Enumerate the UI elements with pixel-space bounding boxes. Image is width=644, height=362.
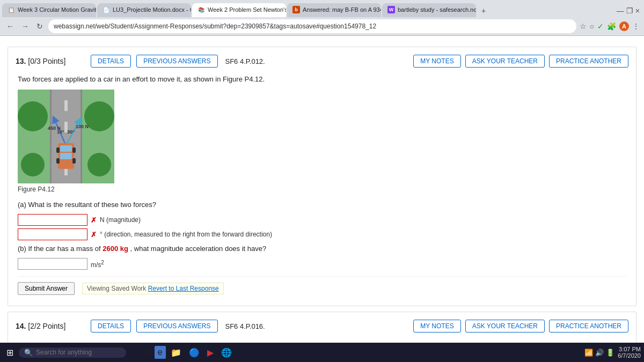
svg-rect-6 (50, 90, 52, 183)
practice-another-button-14[interactable]: PRACTICE ANOTHER (549, 320, 628, 333)
saved-work-text: Viewing Saved Work Revert to Last Respon… (82, 283, 224, 294)
question-13-code: SF6 4.P.012. (225, 57, 265, 65)
svg-point-8 (18, 101, 48, 131)
figure-container: 10° 30° 450 N 100 N Figure (18, 90, 626, 193)
taskbar-battery-icon: 🔋 (606, 349, 614, 357)
tab-label-4: Answered: may B-FB on A 934 (303, 6, 381, 13)
problem-text-13: Two forces are applied to a car in an ef… (18, 75, 626, 83)
part-b-input-row: m/s2 (18, 258, 626, 270)
taskbar-app2-icon[interactable]: ▶ (204, 346, 216, 359)
taskbar-cortana-icon[interactable]: ○ (128, 346, 139, 358)
figure-caption: Figure P4.12 (18, 186, 55, 193)
taskbar-right: 📶 🔊 🔋 3:07 PM 6/7/2020 (584, 346, 641, 359)
question-13-body: Two forces are applied to a car in an ef… (16, 75, 628, 298)
svg-rect-2 (64, 100, 68, 111)
part-b-unit-label: m/s2 (91, 260, 104, 269)
menu-icon[interactable]: ⋮ (632, 22, 640, 31)
my-notes-button-13[interactable]: MY NOTES (413, 55, 460, 68)
svg-rect-17 (56, 158, 60, 164)
part-b-acceleration-input[interactable] (18, 258, 87, 270)
svg-point-10 (21, 153, 45, 176)
figure-p4-12: 10° 30° 450 N 100 N (18, 90, 114, 183)
tab-bartleby[interactable]: W bartleby study - safesearch.no × (382, 3, 476, 17)
revert-link[interactable]: Revert to Last Response (148, 285, 219, 292)
submit-answer-button[interactable]: Submit Answer (18, 282, 75, 295)
ask-teacher-button-13[interactable]: ASK YOUR TEACHER (465, 55, 545, 68)
svg-text:450 N: 450 N (48, 125, 61, 131)
question-14-code: SF6 4.P.016. (225, 322, 265, 330)
forward-button[interactable]: → (19, 21, 31, 32)
taskbar-file-icon[interactable]: 📁 (168, 346, 184, 359)
part-a-input2-row: ✗ ° (direction, measured to the right fr… (18, 228, 626, 240)
part-a-unit2-label: ° (direction, measured to the right from… (100, 231, 272, 238)
svg-rect-13 (60, 145, 72, 152)
svg-text:30°: 30° (67, 129, 75, 135)
svg-point-9 (84, 101, 114, 131)
browser-chrome: 📋 Week 3 Circular Motion Gravit × 📄 LU3_… (0, 0, 644, 36)
bookmark-icon[interactable]: ☆ (580, 22, 587, 31)
svg-rect-18 (72, 158, 76, 164)
back-button[interactable]: ← (4, 21, 16, 32)
taskbar-date-display: 6/7/2020 (618, 352, 641, 359)
wrong-icon-1: ✗ (91, 216, 97, 224)
part-a-question: (a) What is the resultant of these two f… (18, 201, 626, 209)
tab-lu3[interactable]: 📄 LU3_Projectile Motion.docx - G × (97, 3, 191, 17)
part-b-question: (b) If the car has a mass of 2600 kg , w… (18, 245, 626, 253)
taskbar-app1-icon[interactable]: 🔵 (186, 346, 202, 359)
part-a-input1-row: ✗ N (magnitude) (18, 214, 626, 226)
svg-rect-14 (60, 153, 72, 159)
details-button-13[interactable]: DETAILS (91, 55, 131, 68)
question-14-header: 14. [2/2 Points] DETAILS PREVIOUS ANSWER… (16, 320, 628, 333)
question-13-header: 13. [0/3 Points] DETAILS PREVIOUS ANSWER… (16, 55, 628, 68)
tab-answered[interactable]: b Answered: may B-FB on A 934 × (287, 3, 381, 17)
taskbar-wifi-icon: 📶 (584, 349, 593, 357)
check-icon: ✓ (597, 22, 604, 31)
address-icons: ☆ ○ ✓ 🧩 A ⋮ (580, 21, 640, 31)
start-button[interactable]: ⊞ (3, 346, 17, 359)
practice-another-button-13[interactable]: PRACTICE ANOTHER (549, 55, 628, 68)
my-notes-button-14[interactable]: MY NOTES (413, 320, 460, 333)
tab-label-3: Week 2 Problem Set Newton's (208, 6, 286, 13)
tab-week3[interactable]: 📋 Week 3 Circular Motion Gravit × (2, 3, 96, 17)
submit-area: Submit Answer Viewing Saved Work Revert … (18, 276, 626, 298)
tab-icon-3: 📚 (197, 6, 205, 13)
extension-icon[interactable]: 🧩 (607, 22, 616, 31)
svg-rect-7 (80, 90, 82, 183)
refresh-button[interactable]: ↻ (34, 21, 45, 32)
circle-icon[interactable]: ○ (590, 22, 594, 31)
search-icon: 🔍 (24, 349, 33, 357)
ask-teacher-button-14[interactable]: ASK YOUR TEACHER (465, 320, 545, 333)
details-button-14[interactable]: DETAILS (91, 320, 131, 333)
tab-week2-active[interactable]: 📚 Week 2 Problem Set Newton's × (192, 3, 286, 17)
previous-answers-button-14[interactable]: PREVIOUS ANSWERS (136, 320, 217, 333)
taskbar-clock: 3:07 PM 6/7/2020 (618, 346, 641, 359)
question-14-right-buttons: MY NOTES ASK YOUR TEACHER PRACTICE ANOTH… (413, 320, 628, 333)
restore-button[interactable]: ❐ (626, 6, 633, 15)
taskbar-app3-icon[interactable]: 🌐 (218, 346, 235, 359)
taskbar-search-box[interactable]: 🔍 (19, 348, 126, 358)
tab-label-1: Week 3 Circular Motion Gravit (18, 6, 96, 13)
part-a-unit1-label: N (magnitude) (100, 216, 141, 224)
part-b-highlight: 2600 kg (103, 245, 128, 253)
taskbar-system-icons: 📶 🔊 🔋 (584, 349, 614, 357)
tab-label-2: LU3_Projectile Motion.docx - G (113, 6, 191, 13)
previous-answers-button-13[interactable]: PREVIOUS ANSWERS (136, 55, 217, 68)
taskbar-browser-icon[interactable]: e (155, 346, 166, 359)
new-tab-button[interactable]: + (477, 4, 490, 17)
page-content: 13. [0/3 Points] DETAILS PREVIOUS ANSWER… (0, 36, 644, 359)
question-13-block: 13. [0/3 Points] DETAILS PREVIOUS ANSWER… (8, 47, 636, 306)
tab-icon-2: 📄 (103, 6, 110, 13)
taskbar-search-input[interactable] (36, 349, 116, 356)
tab-label-5: bartleby study - safesearch.no (398, 6, 476, 13)
part-a-direction-input[interactable] (18, 228, 87, 240)
taskbar-sound-icon: 🔊 (595, 349, 604, 357)
wrong-icon-2: ✗ (91, 231, 97, 239)
tab-icon-4: b (292, 6, 300, 13)
part-a-magnitude-input[interactable] (18, 214, 87, 226)
taskbar-taskview-icon[interactable]: ⧉ (141, 346, 152, 358)
close-window-button[interactable]: × (635, 6, 640, 15)
profile-icon[interactable]: A (619, 21, 629, 31)
svg-rect-16 (72, 147, 76, 153)
minimize-button[interactable]: — (617, 6, 624, 15)
address-input[interactable] (48, 19, 576, 33)
